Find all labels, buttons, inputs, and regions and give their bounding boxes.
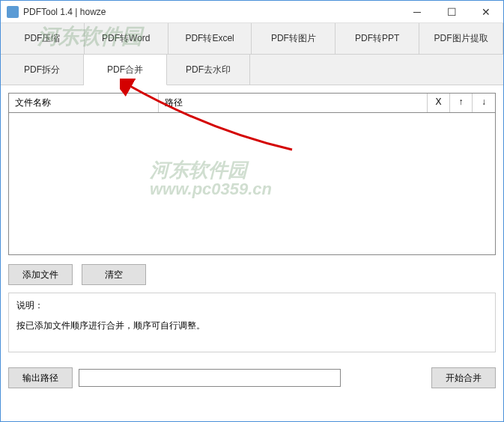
column-header-filename[interactable]: 文件名称: [9, 94, 159, 112]
add-file-button[interactable]: 添加文件: [8, 264, 73, 285]
tab-pdf-to-excel[interactable]: PDF转Excel: [168, 23, 252, 54]
minimize-button[interactable]: ─: [400, 1, 434, 23]
app-icon: [7, 6, 19, 18]
description-label: 说明：: [16, 299, 488, 312]
file-list-header: 文件名称 路径 X ↑ ↓: [8, 93, 496, 113]
maximize-button[interactable]: ☐: [434, 1, 469, 23]
tabs-filler: [250, 55, 503, 85]
tab-pdf-image-extract[interactable]: PDF图片提取: [419, 23, 503, 54]
tab-pdf-to-word[interactable]: PDF转Word: [85, 23, 168, 54]
bottom-row: 输出路径 开始合并: [8, 367, 496, 388]
description-text: 按已添加文件顺序进行合并，顺序可自行调整。: [16, 319, 488, 332]
window-title: PDFTool 1.4 | howze: [23, 7, 400, 17]
tab-pdf-to-ppt[interactable]: PDF转PPT: [336, 23, 419, 54]
window-controls: ─ ☐ ✕: [400, 1, 503, 23]
column-header-remove[interactable]: X: [428, 94, 450, 112]
tabs-row-1: PDF压缩 PDF转Word PDF转Excel PDF转图片 PDF转PPT …: [1, 23, 503, 55]
description-box: 说明： 按已添加文件顺序进行合并，顺序可自行调整。: [8, 293, 496, 352]
column-header-down[interactable]: ↓: [473, 94, 495, 112]
output-path-button[interactable]: 输出路径: [8, 367, 73, 388]
tab-pdf-merge[interactable]: PDF合并: [84, 55, 167, 85]
column-header-up[interactable]: ↑: [450, 94, 473, 112]
tabs-row-2: PDF拆分 PDF合并 PDF去水印: [1, 55, 503, 85]
start-merge-button[interactable]: 开始合并: [431, 367, 496, 388]
titlebar: PDFTool 1.4 | howze ─ ☐ ✕: [1, 1, 503, 23]
column-header-path[interactable]: 路径: [159, 94, 428, 112]
clear-button[interactable]: 清空: [82, 264, 146, 285]
content-area: 文件名称 路径 X ↑ ↓ 添加文件 清空 说明： 按已添加文件顺序进行合并，顺…: [1, 85, 503, 421]
tab-pdf-remove-watermark[interactable]: PDF去水印: [167, 55, 250, 85]
file-list-body[interactable]: [8, 113, 496, 255]
button-row: 添加文件 清空: [8, 264, 496, 285]
tab-pdf-compress[interactable]: PDF压缩: [1, 23, 85, 54]
close-button[interactable]: ✕: [469, 1, 503, 23]
output-path-input[interactable]: [79, 369, 341, 387]
tab-pdf-split[interactable]: PDF拆分: [1, 55, 84, 85]
tab-pdf-to-image[interactable]: PDF转图片: [252, 23, 336, 54]
app-window: PDFTool 1.4 | howze ─ ☐ ✕ PDF压缩 PDF转Word…: [0, 0, 504, 422]
